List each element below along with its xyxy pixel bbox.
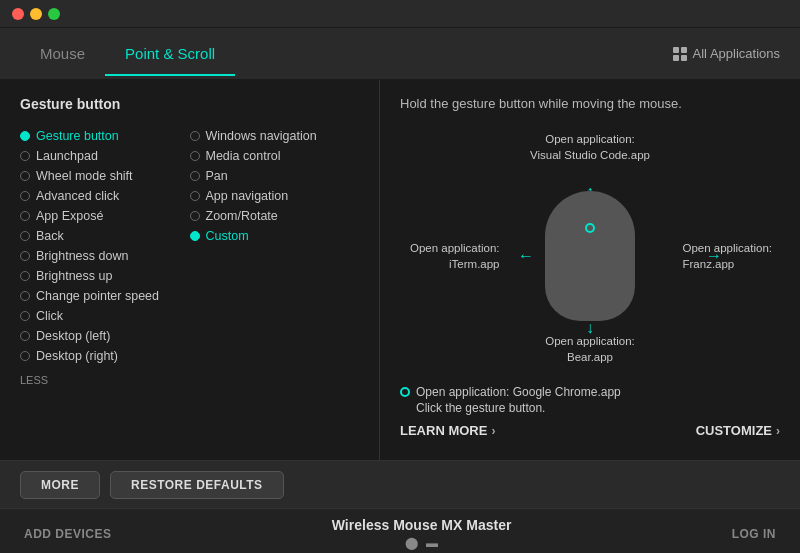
right-panel: Hold the gesture button while moving the… xyxy=(380,80,800,460)
battery-icon: ▬ xyxy=(426,536,438,550)
add-devices-button[interactable]: ADD DEVICES xyxy=(24,527,112,541)
radio-change-pointer-speed xyxy=(20,291,30,301)
footer: ADD DEVICES Wireless Mouse MX Master ⬤ ▬… xyxy=(0,508,800,553)
left-list-col: Gesture button Launchpad Wheel mode shif… xyxy=(20,126,190,366)
tab-point-scroll[interactable]: Point & Scroll xyxy=(105,31,235,76)
mouse-body xyxy=(545,191,635,321)
list-item-brightness-up[interactable]: Brightness up xyxy=(20,266,190,286)
radio-app-navigation xyxy=(190,191,200,201)
gesture-dot xyxy=(585,223,595,233)
list-columns: Gesture button Launchpad Wheel mode shif… xyxy=(20,126,359,366)
bluetooth-icon: ⬤ xyxy=(405,536,418,550)
radio-windows-navigation xyxy=(190,131,200,141)
radio-launchpad xyxy=(20,151,30,161)
diagram-label-left: Open application:iTerm.app xyxy=(410,240,500,272)
tab-mouse[interactable]: Mouse xyxy=(20,31,105,76)
customize-chevron-icon: › xyxy=(776,424,780,438)
list-item-back[interactable]: Back xyxy=(20,226,190,246)
list-item-desktop-right[interactable]: Desktop (right) xyxy=(20,346,190,366)
device-name: Wireless Mouse MX Master xyxy=(332,517,512,533)
list-item-change-pointer-speed[interactable]: Change pointer speed xyxy=(20,286,190,306)
radio-click xyxy=(20,311,30,321)
minimize-button[interactable] xyxy=(30,8,42,20)
radio-desktop-left xyxy=(20,331,30,341)
list-item-media-control[interactable]: Media control xyxy=(190,146,360,166)
list-item-wheel-mode-shift[interactable]: Wheel mode shift xyxy=(20,166,190,186)
google-chrome-label: Open application: Google Chrome.app xyxy=(416,385,621,399)
titlebar xyxy=(0,0,800,28)
list-item-gesture-button[interactable]: Gesture button xyxy=(20,126,190,146)
less-button[interactable]: LESS xyxy=(20,374,359,386)
list-item-app-navigation[interactable]: App navigation xyxy=(190,186,360,206)
maximize-button[interactable] xyxy=(48,8,60,20)
traffic-lights xyxy=(12,8,60,20)
right-list-col: Windows navigation Media control Pan App… xyxy=(190,126,360,366)
restore-defaults-button[interactable]: RESTORE DEFAULTS xyxy=(110,471,284,499)
content-area: Gesture button Gesture button Launchpad … xyxy=(0,80,800,460)
list-item-app-expose[interactable]: App Exposé xyxy=(20,206,190,226)
diagram-label-top: Open application:Visual Studio Code.app xyxy=(530,131,650,163)
action-row: LEARN MORE › CUSTOMIZE › xyxy=(400,423,780,444)
left-panel: Gesture button Gesture button Launchpad … xyxy=(0,80,380,460)
radio-app-expose xyxy=(20,211,30,221)
hint-text: Hold the gesture button while moving the… xyxy=(400,96,780,111)
chrome-dot xyxy=(400,387,410,397)
nav-tabs: Mouse Point & Scroll All Applications xyxy=(0,28,800,80)
all-apps-selector[interactable]: All Applications xyxy=(673,46,780,61)
radio-back xyxy=(20,231,30,241)
radio-zoom-rotate xyxy=(190,211,200,221)
bottom-bar: MORE RESTORE DEFAULTS xyxy=(0,460,800,508)
radio-desktop-right xyxy=(20,351,30,361)
radio-brightness-up xyxy=(20,271,30,281)
click-gesture-label: Click the gesture button. xyxy=(400,401,780,415)
list-item-zoom-rotate[interactable]: Zoom/Rotate xyxy=(190,206,360,226)
radio-custom xyxy=(190,231,200,241)
google-chrome-section: Open application: Google Chrome.app Clic… xyxy=(400,385,780,415)
diagram-label-right: Open application:Franz.app xyxy=(682,240,772,272)
radio-wheel-mode-shift xyxy=(20,171,30,181)
mouse-diagram: Open application:Visual Studio Code.app … xyxy=(400,131,780,381)
radio-media-control xyxy=(190,151,200,161)
grid-icon xyxy=(673,47,687,61)
list-item-click[interactable]: Click xyxy=(20,306,190,326)
close-button[interactable] xyxy=(12,8,24,20)
radio-advanced-click xyxy=(20,191,30,201)
device-icons: ⬤ ▬ xyxy=(332,536,512,550)
list-item-launchpad[interactable]: Launchpad xyxy=(20,146,190,166)
list-item-pan[interactable]: Pan xyxy=(190,166,360,186)
list-item-brightness-down[interactable]: Brightness down xyxy=(20,246,190,266)
radio-pan xyxy=(190,171,200,181)
arrow-left-icon: ← xyxy=(518,247,534,265)
customize-button[interactable]: CUSTOMIZE › xyxy=(696,423,780,438)
list-item-windows-navigation[interactable]: Windows navigation xyxy=(190,126,360,146)
more-button[interactable]: MORE xyxy=(20,471,100,499)
radio-brightness-down xyxy=(20,251,30,261)
footer-center: Wireless Mouse MX Master ⬤ ▬ xyxy=(332,517,512,550)
list-item-advanced-click[interactable]: Advanced click xyxy=(20,186,190,206)
section-title: Gesture button xyxy=(20,96,359,112)
log-in-button[interactable]: LOG IN xyxy=(732,527,776,541)
learn-more-chevron-icon: › xyxy=(491,424,495,438)
gesture-section: Gesture button Gesture button Launchpad … xyxy=(0,80,800,460)
list-item-desktop-left[interactable]: Desktop (left) xyxy=(20,326,190,346)
learn-more-button[interactable]: LEARN MORE › xyxy=(400,423,495,438)
list-item-custom[interactable]: Custom xyxy=(190,226,360,246)
radio-gesture-button xyxy=(20,131,30,141)
diagram-label-bottom: Open application:Bear.app xyxy=(545,333,635,365)
